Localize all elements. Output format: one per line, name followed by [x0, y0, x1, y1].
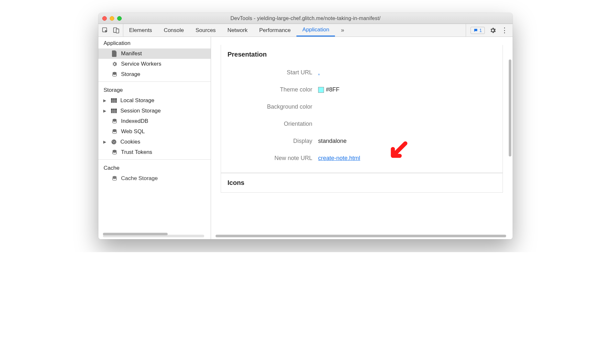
- caret-icon: ▶: [103, 109, 106, 113]
- caret-icon: ▶: [103, 98, 106, 103]
- sidebar-item-session-storage[interactable]: ▶ Session Storage: [98, 106, 211, 116]
- minimize-window-button[interactable]: [110, 16, 114, 21]
- database-icon: [111, 175, 118, 182]
- database-icon: [111, 118, 118, 124]
- issues-badge[interactable]: 1: [471, 27, 485, 34]
- sidebar-item-label: Cache Storage: [121, 175, 158, 182]
- sidebar-group-application: Application: [98, 37, 211, 48]
- sidebar-item-trust-tokens[interactable]: Trust Tokens: [98, 147, 211, 157]
- sidebar-item-label: Storage: [121, 71, 140, 78]
- svg-rect-9: [111, 109, 117, 110]
- window-title: DevTools - yielding-large-chef.glitch.me…: [98, 16, 513, 21]
- devtools-window: DevTools - yielding-large-chef.glitch.me…: [98, 13, 513, 239]
- tab-network[interactable]: Network: [222, 24, 253, 37]
- toolbar: Elements Console Sources Network Perform…: [98, 24, 513, 37]
- svg-rect-2: [116, 29, 119, 33]
- tab-elements[interactable]: Elements: [123, 24, 158, 37]
- database-icon: [111, 71, 118, 78]
- svg-rect-5: [111, 98, 117, 100]
- tabs-overflow-button[interactable]: »: [335, 24, 350, 37]
- tab-performance[interactable]: Performance: [253, 24, 296, 37]
- sidebar-item-local-storage[interactable]: ▶ Local Storage: [98, 95, 211, 106]
- sidebar-item-storage[interactable]: Storage: [98, 69, 211, 80]
- theme-color-value: #8FF: [326, 86, 339, 93]
- file-icon: [111, 50, 118, 57]
- cookie-icon: [111, 139, 117, 145]
- main-vertical-scrollbar[interactable]: [509, 59, 511, 213]
- database-icon: [111, 149, 118, 155]
- svg-point-18: [115, 143, 115, 143]
- new-note-url-link[interactable]: create-note.html: [318, 155, 360, 161]
- start-url-link[interactable]: .: [318, 69, 320, 76]
- svg-point-17: [113, 142, 114, 143]
- sidebar-item-label: Cookies: [120, 139, 140, 145]
- label-theme-color: Theme color: [228, 86, 318, 93]
- row-start-url: Start URL .: [228, 64, 496, 81]
- main-horizontal-scrollbar[interactable]: [216, 235, 506, 237]
- sidebar-horizontal-scrollbar[interactable]: [103, 235, 204, 237]
- svg-point-14: [112, 140, 117, 145]
- body: Application Manifest Service Workers Sto…: [98, 37, 513, 239]
- sidebar: Application Manifest Service Workers Sto…: [98, 37, 211, 239]
- panel-tabs: Elements Console Sources Network Perform…: [123, 24, 466, 37]
- database-icon: [111, 128, 118, 135]
- sidebar-item-cookies[interactable]: ▶ Cookies: [98, 137, 211, 147]
- row-display: Display standalone: [228, 133, 496, 150]
- kebab-menu-icon[interactable]: ⋮: [501, 26, 508, 35]
- svg-point-15: [113, 141, 113, 142]
- label-new-note-url: New note URL: [228, 155, 318, 162]
- maximize-window-button[interactable]: [117, 16, 122, 21]
- display-value: standalone: [318, 138, 347, 145]
- sidebar-item-label: Service Workers: [121, 61, 161, 67]
- tab-console[interactable]: Console: [158, 24, 190, 37]
- tab-application[interactable]: Application: [296, 24, 335, 37]
- sidebar-item-indexeddb[interactable]: IndexedDB: [98, 116, 211, 126]
- section-presentation-title: Presentation: [228, 45, 496, 64]
- issues-count: 1: [479, 28, 482, 33]
- svg-point-16: [114, 141, 115, 142]
- sidebar-item-websql[interactable]: Web SQL: [98, 126, 211, 137]
- manifest-panel: Presentation Start URL . Theme color #8F…: [211, 37, 513, 239]
- row-orientation: Orientation: [228, 115, 496, 133]
- label-display: Display: [228, 138, 318, 145]
- table-icon: [111, 108, 117, 114]
- sidebar-item-manifest[interactable]: Manifest: [98, 48, 211, 59]
- sidebar-item-cache-storage[interactable]: Cache Storage: [98, 173, 211, 184]
- theme-color-swatch: [318, 87, 324, 93]
- row-theme-color: Theme color #8FF: [228, 81, 496, 98]
- table-icon: [111, 97, 117, 104]
- row-background-color: Background color: [228, 98, 496, 115]
- sidebar-item-label: Local Storage: [120, 97, 154, 104]
- section-icons-title: Icons: [228, 173, 496, 192]
- gear-icon: [111, 61, 118, 67]
- label-orientation: Orientation: [228, 121, 318, 127]
- sidebar-group-cache: Cache: [98, 162, 211, 173]
- inspect-icon[interactable]: [102, 27, 109, 34]
- tab-sources[interactable]: Sources: [190, 24, 221, 37]
- sidebar-item-label: Session Storage: [120, 108, 161, 114]
- window-controls: [102, 16, 122, 21]
- settings-icon[interactable]: [489, 27, 496, 34]
- row-new-note-url: New note URL create-note.html: [228, 150, 496, 167]
- close-window-button[interactable]: [102, 16, 107, 21]
- sidebar-item-label: Web SQL: [121, 128, 145, 135]
- sidebar-item-service-workers[interactable]: Service Workers: [98, 59, 211, 69]
- sidebar-item-label: IndexedDB: [121, 118, 148, 124]
- sidebar-item-label: Manifest: [121, 50, 142, 57]
- sidebar-group-storage: Storage: [98, 84, 211, 95]
- device-icon[interactable]: [113, 27, 120, 34]
- titlebar: DevTools - yielding-large-chef.glitch.me…: [98, 13, 513, 24]
- caret-icon: ▶: [103, 140, 106, 144]
- sidebar-item-label: Trust Tokens: [121, 149, 152, 155]
- label-background-color: Background color: [228, 103, 318, 110]
- label-start-url: Start URL: [228, 69, 318, 76]
